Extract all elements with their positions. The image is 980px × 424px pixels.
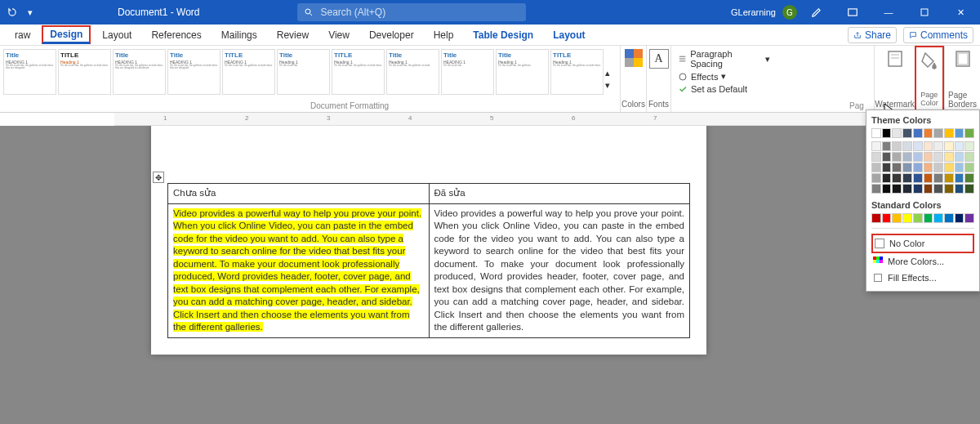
color-swatch[interactable] bbox=[955, 173, 964, 183]
color-swatch[interactable] bbox=[913, 141, 923, 151]
fill-effects-item[interactable]: Fill Effects... bbox=[871, 270, 974, 286]
style-thumb[interactable]: TitleHeading 1On the insert tab bbox=[277, 49, 330, 95]
undo-icon[interactable] bbox=[7, 7, 18, 18]
color-swatch[interactable] bbox=[964, 128, 974, 138]
color-swatch[interactable] bbox=[913, 128, 923, 138]
color-swatch[interactable] bbox=[924, 213, 933, 223]
color-swatch[interactable] bbox=[933, 184, 943, 194]
color-swatch[interactable] bbox=[892, 163, 902, 172]
tab-layout[interactable]: Layout bbox=[94, 26, 140, 44]
tab-table-design[interactable]: Table Design bbox=[465, 26, 541, 44]
color-swatch[interactable] bbox=[902, 173, 912, 183]
color-swatch[interactable] bbox=[871, 152, 881, 162]
color-swatch[interactable] bbox=[892, 173, 902, 183]
color-swatch[interactable] bbox=[944, 141, 954, 151]
color-swatch[interactable] bbox=[944, 128, 954, 138]
color-swatch[interactable] bbox=[913, 152, 923, 162]
color-swatch[interactable] bbox=[955, 141, 964, 151]
color-swatch[interactable] bbox=[882, 213, 892, 223]
table-move-handle[interactable]: ✥ bbox=[153, 172, 164, 183]
color-swatch[interactable] bbox=[882, 128, 892, 138]
color-swatch[interactable] bbox=[964, 163, 974, 172]
color-swatch[interactable] bbox=[955, 163, 964, 172]
table-header-cell[interactable]: Đã sửa bbox=[429, 184, 690, 204]
page-borders-button[interactable]: Page Borders bbox=[944, 46, 980, 112]
color-swatch[interactable] bbox=[882, 163, 892, 172]
style-thumb[interactable]: TitleHeading 1On the insert tab, the gal… bbox=[496, 49, 549, 95]
table-cell[interactable]: Video provides a powerful way to help yo… bbox=[168, 203, 430, 337]
color-swatch[interactable] bbox=[955, 152, 964, 162]
color-swatch[interactable] bbox=[871, 184, 881, 194]
colors-button[interactable]: Colors bbox=[620, 46, 646, 112]
color-swatch[interactable] bbox=[924, 163, 933, 172]
color-swatch[interactable] bbox=[902, 141, 912, 151]
document-table[interactable]: Chưa sửa Đã sửa Video provides a powerfu… bbox=[167, 183, 690, 338]
color-swatch[interactable] bbox=[944, 163, 954, 172]
search-box[interactable] bbox=[297, 3, 526, 21]
user-name[interactable]: GLerarning bbox=[731, 7, 776, 17]
color-swatch[interactable] bbox=[882, 173, 892, 183]
color-swatch[interactable] bbox=[964, 173, 974, 183]
no-color-item[interactable]: No Color bbox=[871, 234, 974, 253]
horizontal-ruler[interactable]: 1 2 3 4 5 6 7 bbox=[114, 113, 980, 126]
color-swatch[interactable] bbox=[955, 128, 964, 138]
comments-button[interactable]: Comments bbox=[903, 27, 973, 43]
color-swatch[interactable] bbox=[924, 128, 933, 138]
maximize-icon[interactable] bbox=[908, 0, 941, 25]
color-swatch[interactable] bbox=[924, 184, 933, 194]
share-button[interactable]: Share bbox=[848, 27, 897, 43]
color-swatch[interactable] bbox=[964, 184, 974, 194]
color-swatch[interactable] bbox=[933, 213, 943, 223]
tab-developer[interactable]: Developer bbox=[361, 26, 422, 44]
tab-review[interactable]: Review bbox=[269, 26, 317, 44]
color-swatch[interactable] bbox=[892, 128, 902, 138]
watermark-button[interactable]: Watermark bbox=[874, 46, 915, 112]
color-swatch[interactable] bbox=[892, 152, 902, 162]
style-thumb[interactable]: TITLEHEADING 1On the insert tab, the gal… bbox=[222, 49, 275, 95]
style-thumb[interactable]: TitleHeading 1On the insert tab, the gal… bbox=[386, 49, 439, 95]
color-swatch[interactable] bbox=[944, 213, 954, 223]
color-swatch[interactable] bbox=[882, 141, 892, 151]
avatar[interactable]: G bbox=[782, 5, 797, 20]
color-swatch[interactable] bbox=[902, 163, 912, 172]
color-swatch[interactable] bbox=[924, 152, 933, 162]
color-swatch[interactable] bbox=[964, 152, 974, 162]
color-swatch[interactable] bbox=[871, 213, 881, 223]
page-color-button[interactable]: Page Color bbox=[915, 46, 944, 112]
table-cell[interactable]: Video provides a powerful way to help yo… bbox=[429, 203, 690, 337]
color-swatch[interactable] bbox=[892, 184, 902, 194]
color-swatch[interactable] bbox=[913, 163, 923, 172]
color-swatch[interactable] bbox=[913, 213, 923, 223]
gallery-scroll[interactable]: ▴▾ bbox=[605, 49, 617, 109]
color-swatch[interactable] bbox=[913, 173, 923, 183]
color-swatch[interactable] bbox=[871, 141, 881, 151]
color-swatch[interactable] bbox=[964, 213, 974, 223]
color-swatch[interactable] bbox=[944, 152, 954, 162]
color-swatch[interactable] bbox=[902, 184, 912, 194]
effects-button[interactable]: Effects ▾ bbox=[678, 71, 726, 82]
color-swatch[interactable] bbox=[924, 141, 933, 151]
color-swatch[interactable] bbox=[924, 173, 933, 183]
color-swatch[interactable] bbox=[933, 173, 943, 183]
fonts-button[interactable]: A Fonts bbox=[646, 46, 670, 112]
tab-design[interactable]: Design bbox=[42, 25, 91, 44]
color-swatch[interactable] bbox=[882, 184, 892, 194]
minimize-icon[interactable]: — bbox=[872, 0, 905, 25]
paragraph-spacing-button[interactable]: Paragraph Spacing ▾ bbox=[678, 49, 770, 69]
ribbon-display-icon[interactable] bbox=[836, 0, 869, 25]
color-swatch[interactable] bbox=[913, 184, 923, 194]
color-swatch[interactable] bbox=[871, 163, 881, 172]
color-swatch[interactable] bbox=[944, 184, 954, 194]
style-thumb[interactable]: TITLEHeading 1On the insert tab, the gal… bbox=[550, 49, 604, 95]
color-swatch[interactable] bbox=[902, 128, 912, 138]
style-thumb[interactable]: TitleHEADING 1On the insert tab bbox=[441, 49, 494, 95]
tab-draw[interactable]: raw bbox=[7, 26, 38, 44]
color-swatch[interactable] bbox=[955, 184, 964, 194]
tab-help[interactable]: Help bbox=[425, 26, 462, 44]
qat-dropdown-icon[interactable]: ▾ bbox=[24, 7, 36, 18]
tab-table-layout[interactable]: Layout bbox=[545, 26, 593, 44]
color-swatch[interactable] bbox=[933, 128, 943, 138]
style-thumb[interactable]: TitleHEADING 1On the insert tab, the gal… bbox=[167, 49, 220, 95]
tab-references[interactable]: References bbox=[143, 26, 209, 44]
color-swatch[interactable] bbox=[871, 128, 881, 138]
